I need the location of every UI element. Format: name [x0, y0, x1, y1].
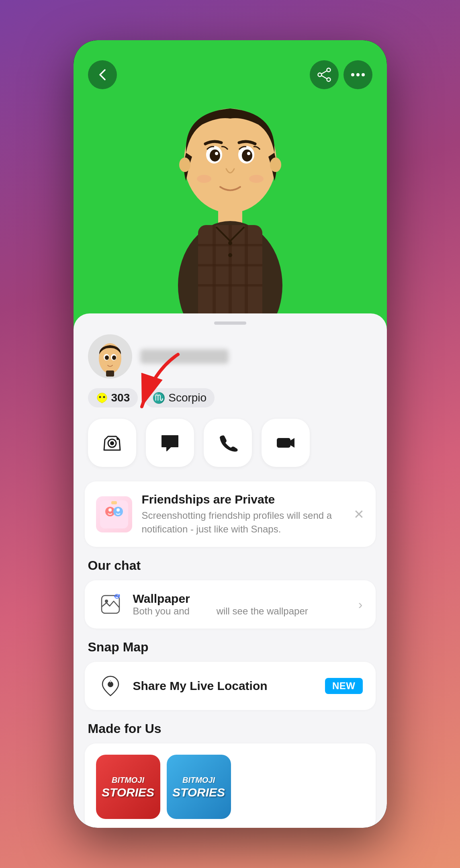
svg-rect-42	[277, 438, 290, 448]
svg-point-20	[179, 158, 190, 172]
zodiac-badge[interactable]: ♏ Scorpio	[144, 388, 215, 407]
avatar	[88, 334, 132, 379]
svg-point-41	[117, 438, 119, 440]
share-location-option[interactable]: Share My Live Location NEW	[85, 662, 376, 710]
chat-button[interactable]	[146, 419, 194, 467]
svg-point-18	[228, 253, 232, 257]
svg-point-1	[318, 73, 321, 77]
bs-blue-top: BITMOJI	[182, 776, 215, 785]
friendship-card-title: Friendships are Private	[142, 493, 344, 506]
made-for-us-card: BITMOJI STORIES BITMOJI STORIES	[85, 743, 376, 828]
bs-red-main: STORIES	[102, 786, 154, 798]
profile-header	[74, 334, 387, 388]
svg-rect-48	[111, 501, 117, 504]
friendship-card: Friendships are Private Screenshotting f…	[85, 481, 376, 547]
made-for-us-header: Made for Us	[74, 721, 387, 743]
svg-point-33	[105, 356, 109, 360]
bitmoji-stories-blue[interactable]: BITMOJI STORIES	[167, 755, 231, 819]
svg-point-40	[110, 441, 114, 445]
friendship-card-text: Friendships are Private Screenshotting f…	[142, 493, 344, 536]
svg-point-0	[327, 68, 330, 72]
svg-point-6	[356, 73, 360, 76]
phone-container: 303 ♏ Scorpio	[74, 40, 387, 828]
bitmoji-stories-red[interactable]: BITMOJI STORIES	[96, 755, 160, 819]
wallpaper-subtitle: Both you and will see the wallpaper	[133, 606, 349, 617]
svg-point-29	[249, 175, 264, 183]
svg-point-7	[362, 73, 365, 76]
wallpaper-icon	[98, 592, 123, 617]
zodiac-icon: ♏	[152, 392, 165, 404]
camera-button[interactable]	[88, 419, 136, 467]
action-buttons-row	[74, 419, 387, 481]
new-badge: NEW	[325, 678, 363, 694]
svg-point-5	[351, 73, 354, 76]
share-location-title: Share My Live Location	[133, 679, 316, 693]
video-button[interactable]	[262, 419, 310, 467]
svg-point-17	[228, 241, 232, 245]
our-chat-header: Our chat	[74, 558, 387, 580]
snap-map-header: Snap Map	[74, 640, 387, 662]
badges-row: 303 ♏ Scorpio	[74, 388, 387, 419]
location-icon	[98, 673, 123, 699]
phone-button[interactable]	[204, 419, 252, 467]
svg-point-27	[247, 152, 250, 155]
more-button[interactable]	[343, 60, 372, 89]
svg-line-4	[321, 76, 327, 79]
svg-line-3	[321, 71, 327, 74]
svg-point-47	[117, 508, 120, 512]
svg-point-28	[197, 175, 211, 183]
svg-rect-43	[100, 500, 128, 528]
svg-point-46	[108, 508, 112, 512]
svg-point-37	[103, 396, 105, 398]
wallpaper-title: Wallpaper	[133, 592, 349, 606]
hero-section	[74, 40, 387, 330]
zodiac-label: Scorpio	[168, 391, 206, 404]
bs-red-top: BITMOJI	[112, 776, 144, 785]
svg-point-36	[99, 396, 101, 398]
svg-point-26	[215, 152, 218, 155]
profile-name-area	[140, 349, 372, 364]
friendship-card-close[interactable]: ✕	[354, 507, 364, 522]
wallpaper-option[interactable]: Wallpaper Both you and will see the wall…	[85, 580, 376, 628]
friendship-card-subtitle: Screenshotting friendship profiles will …	[142, 509, 344, 536]
svg-point-34	[112, 356, 116, 360]
svg-rect-35	[106, 371, 114, 377]
wallpaper-chevron: ›	[358, 597, 363, 612]
svg-point-2	[327, 78, 330, 82]
username-blur	[140, 349, 229, 364]
share-button[interactable]	[310, 60, 339, 89]
svg-point-50	[105, 600, 108, 603]
friendship-icon	[96, 496, 132, 532]
wallpaper-text: Wallpaper Both you and will see the wall…	[133, 592, 349, 617]
svg-point-25	[242, 149, 252, 162]
svg-point-24	[210, 149, 220, 162]
snap-score-badge[interactable]: 303	[88, 388, 138, 407]
back-button[interactable]	[88, 60, 117, 89]
bottom-sheet: 303 ♏ Scorpio	[74, 313, 387, 828]
share-location-text: Share My Live Location	[133, 679, 316, 693]
drag-handle	[214, 321, 246, 325]
snap-score-value: 303	[111, 391, 130, 404]
svg-point-21	[270, 158, 281, 172]
bs-blue-main: STORIES	[172, 786, 225, 798]
